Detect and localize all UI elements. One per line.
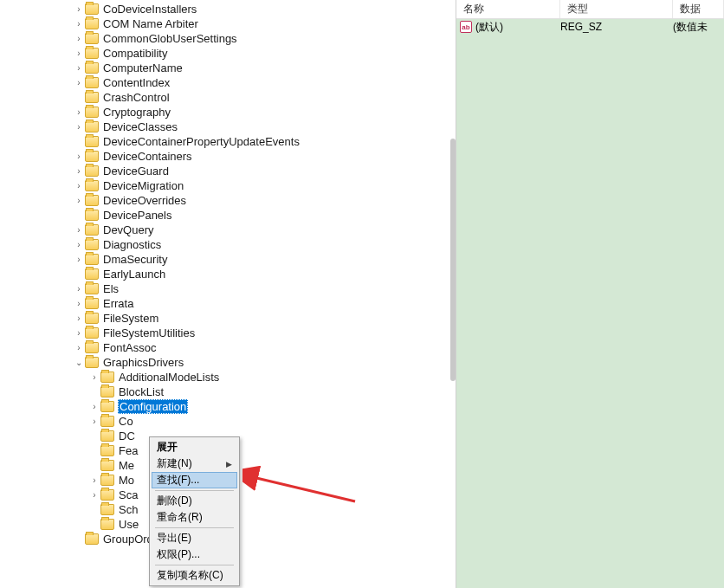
tree-item-label: Me [118,459,135,472]
tree-item-label: ContentIndex [102,76,171,89]
tree-item[interactable]: ›DeviceContainers [0,149,456,164]
tree-item[interactable]: ›FileSystemUtilities [0,326,456,340]
chevron-right-icon[interactable]: › [73,78,85,87]
tree-item[interactable]: ›CoDeviceInstallers [0,2,456,16]
value-row[interactable]: ab (默认) REG_SZ (数值未 [456,19,724,35]
chevron-right-icon[interactable]: › [73,313,85,323]
menu-item-label: 新建(N) [157,456,192,471]
folder-icon [85,298,99,309]
tree-item[interactable]: ›COM Name Arbiter [0,16,456,31]
chevron-right-icon[interactable]: › [73,181,85,191]
tree-item[interactable]: ›DeviceClasses [0,120,456,134]
chevron-right-icon[interactable]: › [73,107,85,117]
tree-item[interactable]: ›Configuration [0,399,456,414]
chevron-right-icon[interactable]: › [73,225,85,235]
chevron-right-icon[interactable]: › [88,475,100,485]
chevron-right-icon[interactable]: › [73,63,85,73]
menu-item[interactable]: 删除(D) [152,493,237,509]
value-data: (数值未 [673,20,708,35]
tree-item[interactable]: ›ComputerName [0,61,456,75]
folder-icon [85,107,99,118]
tree-item-label: DeviceGuard [102,165,170,178]
tree-item-label: DeviceContainers [102,150,193,163]
folder-icon [100,386,114,397]
tree-item-label: DeviceClasses [102,120,178,133]
tree-item[interactable]: ›DevicePanels [0,208,456,223]
tree-item[interactable]: ›CrashControl [0,90,456,105]
tree-item[interactable]: ›DeviceOverrides [0,193,456,208]
menu-item[interactable]: 重命名(R) [152,509,237,526]
header-type[interactable]: 类型 [560,0,673,18]
menu-item[interactable]: 复制项名称(C) [152,567,237,584]
tree-item-label: DeviceMigration [102,179,184,192]
menu-item-label: 导出(E) [157,531,191,546]
tree-item[interactable]: ⌄GraphicsDrivers [0,355,456,370]
menu-item[interactable]: 权限(P)... [152,546,237,563]
tree-item[interactable]: ›DeviceGuard [0,164,456,178]
menu-item[interactable]: 新建(N)▶ [152,456,237,472]
tree-item-label: Cryptography [102,106,171,119]
chevron-right-icon[interactable]: › [73,299,85,308]
tree-item-label: DevQuery [102,223,155,236]
folder-icon [85,195,99,206]
tree-item[interactable]: ›Els [0,281,456,296]
tree-item[interactable]: ›Errata [0,296,456,311]
folder-icon [100,460,114,471]
tree-item-label: Sch [118,503,139,516]
folder-icon [85,210,99,221]
tree-item-label: DeviceOverrides [102,194,187,207]
tree-item-label: Configuration [118,399,188,414]
tree-item[interactable]: ›EarlyLaunch [0,267,456,281]
menu-item[interactable]: 查找(F)... [152,472,237,488]
tree-item[interactable]: ›Compatibility [0,46,456,61]
folder-icon [85,342,99,353]
tree-item[interactable]: ›BlockList [0,384,456,399]
chevron-right-icon[interactable]: › [73,328,85,338]
tree-item[interactable]: ›DeviceContainerPropertyUpdateEvents [0,134,456,149]
chevron-right-icon[interactable]: › [88,490,100,500]
menu-item[interactable]: 导出(E) [152,530,237,546]
tree-item[interactable]: ›Co [0,414,456,429]
chevron-right-icon[interactable]: › [73,34,85,43]
tree-item[interactable]: ›FontAssoc [0,340,456,355]
menu-separator [155,527,234,528]
chevron-right-icon[interactable]: › [73,166,85,176]
chevron-right-icon[interactable]: › [88,417,100,426]
tree-item[interactable]: ›FileSystem [0,311,456,326]
tree-item[interactable]: ›ContentIndex [0,75,456,90]
chevron-right-icon[interactable]: › [73,152,85,161]
chevron-right-icon[interactable]: › [73,240,85,249]
menu-separator [155,565,234,565]
chevron-right-icon[interactable]: › [73,4,85,14]
chevron-right-icon[interactable]: › [88,372,100,382]
value-name: (默认) [475,20,560,35]
chevron-right-icon[interactable]: › [73,48,85,58]
chevron-right-icon[interactable]: › [73,284,85,294]
tree-item-label: DC [118,430,136,443]
vertical-scrollbar[interactable] [450,139,456,381]
tree-item[interactable]: ›CommonGlobUserSettings [0,31,456,46]
header-name[interactable]: 名称 [456,0,560,18]
tree-item[interactable]: ›Cryptography [0,105,456,120]
menu-separator [155,490,234,491]
tree-item-label: COM Name Arbiter [102,17,199,30]
tree-item[interactable]: ›DeviceMigration [0,178,456,193]
tree-item-label: FileSystemUtilities [102,326,196,339]
header-data[interactable]: 数据 [673,0,724,18]
chevron-down-icon[interactable]: ⌄ [73,358,85,367]
chevron-right-icon[interactable]: › [73,122,85,132]
folder-icon [85,165,99,177]
chevron-right-icon[interactable]: › [73,343,85,352]
tree-item[interactable]: ›DmaSecurity [0,252,456,267]
tree-item[interactable]: ›AdditionalModeLists [0,370,456,384]
chevron-right-icon[interactable]: › [88,402,100,411]
tree-item-label: Fea [118,444,139,457]
tree-item[interactable]: ›DevQuery [0,223,456,237]
chevron-right-icon[interactable]: › [73,255,85,264]
chevron-right-icon[interactable]: › [73,196,85,205]
tree-item[interactable]: ›Diagnostics [0,237,456,252]
menu-item[interactable]: 展开 [152,439,237,456]
registry-values-pane: 名称 类型 数据 ab (默认) REG_SZ (数值未 [456,0,724,588]
menu-item-label: 查找(F)... [157,473,199,488]
chevron-right-icon[interactable]: › [73,19,85,29]
